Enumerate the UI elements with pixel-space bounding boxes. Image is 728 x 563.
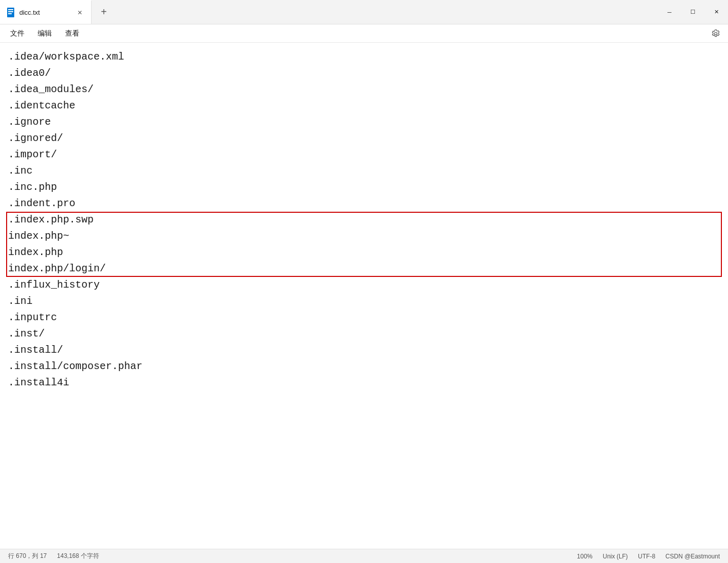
line-item: .influx_history <box>8 277 720 293</box>
line-item: .identcache <box>8 98 720 114</box>
menu-bar: 文件 编辑 查看 <box>0 24 728 43</box>
line-item: .install/ <box>8 342 720 358</box>
svg-rect-2 <box>8 11 13 12</box>
editor-area[interactable]: .idea/workspace.xml.idea0/.idea_modules/… <box>0 43 728 549</box>
brand: CSDN @Eastmount <box>665 553 720 560</box>
line-item: .indent.pro <box>8 195 720 212</box>
line-item: .inc.php <box>8 179 720 195</box>
menu-items: 文件 编辑 查看 <box>4 27 85 40</box>
close-window-button[interactable]: ✕ <box>705 0 728 24</box>
status-right: 100% Unix (LF) UTF-8 CSDN @Eastmount <box>577 553 720 560</box>
active-tab[interactable]: dicc.txt ✕ <box>0 0 92 24</box>
line-item: .ignore <box>8 114 720 130</box>
menu-file[interactable]: 文件 <box>4 27 31 40</box>
window-controls: ─ ☐ ✕ <box>658 0 728 24</box>
svg-rect-1 <box>8 9 13 10</box>
line-item: .inst/ <box>8 326 720 342</box>
new-tab-button[interactable]: + <box>92 0 116 24</box>
minimize-button[interactable]: ─ <box>658 0 681 24</box>
status-left: 行 670，列 17 143,168 个字符 <box>8 552 99 560</box>
title-bar-spacer <box>116 0 658 24</box>
line-item: .idea/workspace.xml <box>8 49 720 65</box>
status-bar: 行 670，列 17 143,168 个字符 100% Unix (LF) UT… <box>0 549 728 563</box>
notepad-icon <box>6 8 15 17</box>
line-item: .index.php.swp <box>8 212 720 228</box>
line-item: .ini <box>8 293 720 309</box>
line-item: .install4i <box>8 375 720 391</box>
line-item: .import/ <box>8 147 720 163</box>
editor-content: .idea/workspace.xml.idea0/.idea_modules/… <box>8 49 720 391</box>
char-count: 143,168 个字符 <box>57 552 99 560</box>
tab-filename: dicc.txt <box>19 9 71 16</box>
maximize-button[interactable]: ☐ <box>681 0 705 24</box>
tab-strip: dicc.txt ✕ + <box>0 0 116 24</box>
menu-edit[interactable]: 编辑 <box>32 27 58 40</box>
menu-view[interactable]: 查看 <box>59 27 85 40</box>
zoom-level: 100% <box>577 553 593 560</box>
svg-rect-0 <box>7 8 14 17</box>
cursor-position: 行 670，列 17 <box>8 552 47 560</box>
line-item: .install/composer.phar <box>8 358 720 375</box>
tab-close-button[interactable]: ✕ <box>75 8 85 18</box>
line-item: .inc <box>8 163 720 179</box>
line-item: .ignored/ <box>8 130 720 147</box>
line-item: index.php~ <box>8 228 720 244</box>
line-item: .idea_modules/ <box>8 81 720 98</box>
line-item: .inputrc <box>8 309 720 326</box>
line-item: index.php/login/ <box>8 261 720 277</box>
svg-rect-3 <box>8 13 12 14</box>
settings-button[interactable] <box>708 25 724 42</box>
title-bar: dicc.txt ✕ + ─ ☐ ✕ <box>0 0 728 24</box>
line-item: index.php <box>8 244 720 261</box>
encoding: UTF-8 <box>638 553 655 560</box>
line-ending: Unix (LF) <box>603 553 628 560</box>
line-item: .idea0/ <box>8 65 720 81</box>
